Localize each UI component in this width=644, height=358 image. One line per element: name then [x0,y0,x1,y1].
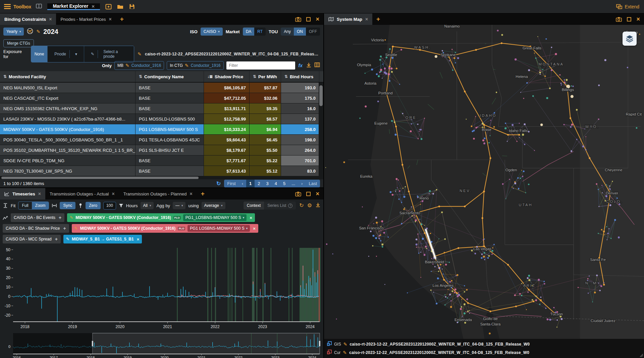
page-button[interactable]: 2 [255,180,263,187]
page-button[interactable]: › [298,180,306,187]
gear-icon[interactable]: ⚙ [307,203,312,208]
maximize-icon[interactable] [306,191,311,196]
series-group-chip[interactable]: CAISO DA - BC Shadow Price+ [3,224,69,233]
vertical-scrollbar[interactable] [319,83,323,176]
tou-off[interactable]: OFF [306,28,320,36]
merge-ctgs-button[interactable]: Merge CTGs [3,39,34,47]
remove-series-icon[interactable]: × [137,237,140,242]
save-icon[interactable] [129,4,135,9]
page-button[interactable]: 3 [263,180,272,187]
agg-dropdown[interactable]: Average▾ [202,202,225,209]
tou-toggle[interactable]: Any ON OFF [281,28,320,36]
table-row[interactable]: LASAGI 230KV - MOSSLD 230KV ( a21c67ba-a… [0,114,323,124]
new-window-icon[interactable] [105,4,112,10]
page-button[interactable]: Last [306,180,320,187]
table-row[interactable]: MIDWAY 500KV - GATES 500KV (Conductor_19… [0,124,323,135]
filter-input[interactable] [226,61,295,70]
table-row[interactable]: NEG 7820_TL30040_LW_SPS_NGBASE$7,613.43$… [0,166,323,176]
tab-outages-actual[interactable]: Transmission Outages - Actual× [45,188,119,199]
market-toggle[interactable]: DA RT [243,28,266,36]
full-option[interactable]: Full [18,202,32,209]
hours-input[interactable] [103,202,116,210]
line-style-dropdown[interactable]: —▾ [173,202,186,209]
pencil-icon[interactable]: ✎ [74,226,78,231]
map-canvas[interactable]: NanaimoEstevaVictoriaSeattleSpokaneGreat… [324,25,644,358]
maximize-icon[interactable] [627,17,632,22]
pencil-icon[interactable]: ✎ [343,350,347,355]
tab-binding-constraints[interactable]: Binding Constraints× [0,13,56,25]
layers-button[interactable] [623,32,637,46]
sync-button[interactable]: Sync [60,202,75,209]
full-zoom-toggle[interactable]: Full Zoom [18,202,49,210]
open-folder-icon[interactable] [117,4,124,9]
cur-row[interactable]: Cur ✎ caiso-rt-2023-12-22_APSSE202312201… [324,348,644,357]
series-group-chip[interactable]: CAISO DA - BC Events+ [11,213,64,222]
series-subchip[interactable]: PG1_LOSBNS-MIDWAY 500 S▾ [183,214,247,221]
series-chip[interactable]: ✎MIDWAY 500KV - GATES 500KV (Conductor_1… [67,213,255,222]
remove-series-icon[interactable]: × [253,226,256,231]
tab-pnodes-market-prices[interactable]: Pnodes - Market Prices× [56,13,116,25]
page-button[interactable]: First [224,180,238,187]
series-subchip[interactable]: PG1 LOSBNS-MIDWAY 500 S▾ [187,225,250,232]
table-row[interactable]: SDGE IV-CFE PBLD_TDM_NGBASE$7,771.67$5.2… [0,155,323,166]
pencil-icon[interactable]: ✎ [66,237,69,241]
mb-filter-chip[interactable]: MB ✎ Conductor_1916 [114,61,164,70]
tou-on[interactable]: ON [294,28,306,36]
close-panel-icon[interactable]: × [316,191,319,197]
add-tab-button[interactable]: + [372,13,384,25]
series-list-button[interactable]: Series List? [264,202,296,210]
close-icon[interactable]: × [109,16,112,22]
tou-any[interactable]: Any [281,28,294,36]
table-row[interactable]: POS 30040_TESLA _500_30050_LOSBANOS_500_… [0,135,323,145]
column-header[interactable]: ⇅Bind Hours [281,71,319,82]
remove-series-icon[interactable]: × [250,215,252,220]
main-chart[interactable]: 50403020100-10-2020182019202020212022202… [0,246,323,332]
table-row[interactable]: NEG MALIN500_ISL ExportBASE$86,105.87$57… [0,83,323,93]
refresh-icon[interactable]: ↻ [299,203,304,208]
resize-grip[interactable] [639,353,643,357]
page-button[interactable]: 4 [272,180,280,187]
page-button[interactable]: 5 [280,180,288,187]
series-chip[interactable]: ✎MIDWAY 500KV - GATES 500KV (Conductor_1… [72,224,258,233]
close-icon[interactable]: × [38,191,41,196]
context-button[interactable]: Context [244,202,264,210]
zoom-option[interactable]: Zoom [32,202,49,209]
table-row[interactable]: NEG CASCADE_ITC ExportBASE$47,712.05$32.… [0,93,323,103]
close-panel-icon[interactable]: × [316,16,319,22]
iso-dropdown[interactable]: CAISO▾ [201,28,223,36]
globe-icon[interactable] [27,28,33,36]
tab-timeseries[interactable]: Timeseries× [0,188,45,199]
close-icon[interactable]: × [365,16,368,22]
close-panel-icon[interactable]: × [636,16,640,22]
pencil-icon[interactable]: ✎ [343,342,347,347]
market-da[interactable]: DA [243,28,255,36]
layout-icon[interactable] [36,3,42,10]
tab-market-explorer[interactable]: Market Explorer × [47,3,100,10]
close-icon[interactable]: × [49,16,52,22]
page-button[interactable]: 1 [246,180,255,187]
table-row[interactable]: NEG OMS 15150362 CNTRL-HNYOK_EXP_NGBASE$… [0,103,323,114]
screenshot-icon[interactable] [295,17,301,22]
add-tab-button[interactable]: + [197,188,209,199]
maximize-icon[interactable] [306,17,311,22]
page-button[interactable]: ... [288,180,298,187]
tab-system-map[interactable]: System Map× [324,13,372,25]
funnel-icon[interactable] [119,203,123,208]
series-group-chip[interactable]: CAISO DA - MCC Spread+ [3,235,61,243]
tab-outages-planned[interactable]: Transmission Outages - Planned× [119,188,197,199]
pencil-icon[interactable]: ✎ [70,215,73,220]
edit-case-icon[interactable]: ✎ [138,51,142,57]
extend-button[interactable]: Extend [616,4,639,9]
column-header[interactable]: ⇅Per MWh [250,71,281,82]
columns-icon[interactable] [314,62,320,69]
column-header[interactable]: ↓≣Shadow Price [204,71,250,82]
edit-year-icon[interactable]: ✎ [36,29,40,34]
menu-icon[interactable] [4,4,11,9]
screenshot-icon[interactable] [295,191,301,196]
toolbox-button[interactable]: Toolbox [13,4,31,9]
download-icon[interactable] [315,202,321,209]
mini-chart[interactable]: 0201620172018201920202021202220232024 [0,332,323,358]
screenshot-icon[interactable] [616,17,622,22]
close-tab-icon[interactable]: × [92,3,95,9]
pin-icon[interactable] [78,203,83,208]
